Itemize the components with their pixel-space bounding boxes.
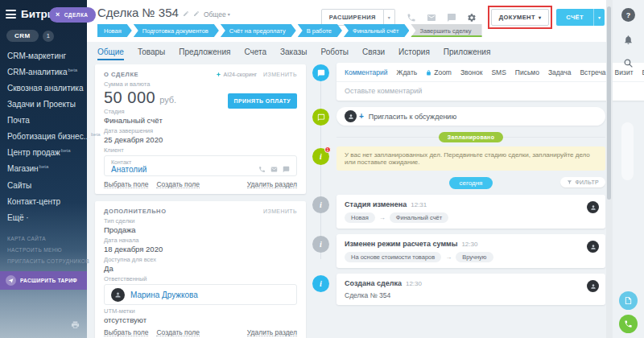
scrollbar-track (606, 0, 613, 338)
settings-gear-icon[interactable] (462, 13, 482, 23)
sidebar-item-crm-analytics[interactable]: CRM-аналитикаbeta (0, 64, 87, 80)
phone-icon[interactable] (258, 166, 266, 173)
stage-final-invoice[interactable]: Финальный счёт (344, 24, 409, 37)
sidebar-item-more[interactable]: Ещё · (0, 209, 87, 225)
invoice-button[interactable]: СЧЁТ (556, 9, 593, 26)
sidebar-item-sites[interactable]: Сайты (0, 177, 87, 193)
copy-link-icon[interactable] (193, 6, 200, 20)
sidebar-item-rpa[interactable]: Роботизация бизнес...beta (0, 128, 87, 144)
crm-row: CRM 1 (6, 30, 87, 42)
sidebar-item-tasks[interactable]: Задачи и Проекты (0, 96, 87, 112)
call-icon-button[interactable] (402, 13, 422, 23)
telephony-widget-button[interactable] (619, 315, 638, 333)
phone-icon (624, 319, 633, 328)
tab-robots[interactable]: Роботы (320, 47, 349, 60)
view-selector[interactable]: Общее ▾ (204, 10, 230, 19)
discussion-bubble-icon (312, 109, 329, 126)
close-icon[interactable]: × (56, 11, 60, 19)
stage-docs[interactable]: Подготовка документов (134, 24, 219, 37)
comment-input[interactable] (336, 82, 644, 101)
deal-tab[interactable]: × СДЕЛКА (49, 7, 96, 23)
tab-quotes[interactable]: Предложения (179, 47, 230, 60)
tab-comment[interactable]: Комментарий (345, 68, 388, 76)
select-field-link[interactable]: Выбрать поле (104, 180, 148, 188)
search-icon[interactable] (623, 58, 634, 68)
start-date-label: Дата начала (104, 237, 297, 244)
timeline-card[interactable]: Стадия изменена 12:31 Новая → Финальный … (336, 195, 605, 229)
tab-call[interactable]: Звонок (460, 68, 482, 76)
sitemap-link[interactable]: КАРТА САЙТА (0, 233, 87, 244)
info-icon: i 1 (312, 148, 329, 165)
tab-letter[interactable]: Письмо (515, 68, 539, 76)
stage-prepay-invoice[interactable]: Счёт на предоплату (221, 24, 296, 37)
create-field-link[interactable]: Создать поле (156, 180, 200, 188)
email-icon-button[interactable] (422, 13, 442, 23)
arrow-right-icon: → (379, 214, 386, 221)
document-button[interactable]: ДОКУМЕНТ ▾ (491, 9, 549, 26)
tab-zoom[interactable]: Zoom (426, 68, 452, 76)
feedback-widget-button[interactable] (619, 291, 638, 310)
tab-history[interactable]: История (398, 47, 430, 60)
today-badge[interactable]: сегодня (449, 177, 493, 189)
extensions-dropdown-button[interactable]: ▾ (384, 9, 395, 26)
right-rail: ? (613, 0, 644, 338)
responsible-name-link[interactable]: Марина Дружкова (130, 291, 198, 299)
scrollbar-thumb[interactable] (607, 6, 611, 200)
configure-menu-link[interactable]: НАСТРОИТЬ МЕНЮ (0, 244, 87, 255)
extensions-button[interactable]: РАСШИРЕНИЯ (321, 9, 384, 26)
edit-section-link[interactable]: ИЗМЕНИТЬ (263, 72, 297, 77)
deal-type-label: Тип сделки (104, 218, 297, 225)
timeline-card[interactable]: Создана сделка 12:30 Сделка № 354 (336, 274, 605, 305)
edit-section-link[interactable]: ИЗМЕНИТЬ (263, 208, 297, 214)
delete-section-link[interactable]: Удалить раздел (247, 180, 297, 188)
stage-new[interactable]: Новая (97, 24, 132, 37)
sidebar-item-sales-center[interactable]: Центр продажbeta (0, 145, 87, 161)
print-icon[interactable] (71, 318, 80, 332)
edit-title-icon[interactable] (183, 6, 189, 20)
upgrade-plan-button[interactable]: РАСШИРИТЬ ТАРИФ (0, 271, 87, 290)
deal-type-value: Продажа (104, 225, 297, 234)
annotation-highlight-box: ДОКУМЕНТ ▾ (488, 6, 552, 29)
stage-in-progress[interactable]: В работе (298, 24, 342, 37)
sidebar-item-contact-center[interactable]: Контакт-центр (0, 193, 87, 209)
sidebar-item-shop[interactable]: Магазинbeta (0, 161, 87, 177)
select-field-link[interactable]: Выбрать поле (104, 328, 148, 336)
email-icon[interactable] (270, 166, 278, 173)
filter-button[interactable]: ФИЛЬТР (560, 177, 605, 188)
chat-icon[interactable] (283, 166, 290, 173)
help-button[interactable]: ? (621, 8, 635, 22)
delete-section-link[interactable]: Удалить раздел (247, 328, 297, 336)
beta-badge: beta (61, 148, 71, 153)
ai-scoring-button[interactable]: AI24-скоринг (216, 72, 258, 77)
create-field-link[interactable]: Создать поле (156, 328, 200, 336)
chat-icon-button[interactable] (442, 13, 462, 23)
tab-orders[interactable]: Заказы (280, 47, 307, 60)
tab-task[interactable]: Задача (548, 68, 572, 76)
comment-composer-row: Комментарий Ждать Zoom Звонок SMS Письмо… (312, 63, 605, 101)
menu-burger-icon[interactable] (6, 10, 16, 19)
alert-count-badge: 1 (324, 146, 331, 153)
sidebar-item-e2e-analytics[interactable]: Сквозная аналитика (0, 80, 87, 96)
tab-apps[interactable]: Приложения (444, 47, 491, 60)
tab-sms[interactable]: SMS (491, 68, 506, 76)
invite-to-discussion-button[interactable]: + Пригласить к обсуждению (336, 107, 605, 126)
timeline-card[interactable]: Изменен режим расчета суммы 12:30 На осн… (336, 234, 605, 268)
sidebar-item-crm[interactable]: CRM (6, 30, 39, 42)
tab-links[interactable]: Связи (362, 47, 385, 60)
invite-employees-link[interactable]: ПРИГЛАСИТЬ СОТРУДНИКОВ (0, 255, 87, 266)
notifications-bell-icon[interactable] (623, 35, 634, 45)
contact-name-link[interactable]: Анатолий (111, 165, 147, 174)
collapsed-panel-handle[interactable] (621, 122, 634, 180)
tab-wait[interactable]: Ждать (397, 68, 418, 76)
tab-meeting[interactable]: Встреча (580, 68, 605, 76)
utm-value: отсутствуют (104, 315, 297, 324)
entry-time: 12:30 (406, 280, 422, 287)
tab-invoices[interactable]: Счета (244, 47, 266, 60)
tab-products[interactable]: Товары (138, 47, 165, 60)
invoice-dropdown-button[interactable]: ▾ (593, 9, 605, 26)
stage-close-deal[interactable]: Завершить сделку (411, 24, 481, 37)
accept-payment-button[interactable]: ПРИНЯТЬ ОПЛАТУ (228, 93, 297, 109)
tab-general[interactable]: Общие (97, 47, 124, 60)
sidebar-item-mail[interactable]: Почта (0, 112, 87, 128)
sidebar-item-crm-marketing[interactable]: CRM-маркетинг (0, 47, 87, 64)
